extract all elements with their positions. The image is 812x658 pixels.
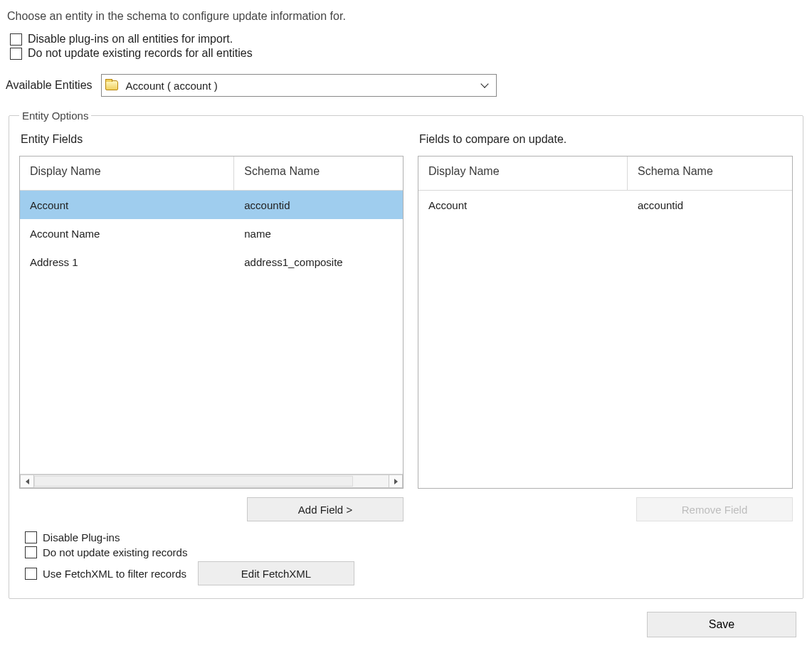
column-schema-name[interactable]: Schema Name <box>628 156 792 191</box>
cell-schema-name: name <box>234 228 403 240</box>
checkbox-label: Disable plug-ins on all entities for imp… <box>28 33 233 46</box>
available-entities-label: Available Entities <box>6 79 93 92</box>
remove-field-button[interactable]: Remove Field <box>636 497 793 521</box>
available-entities-combobox[interactable]: Account ( account ) <box>101 74 497 97</box>
entity-options-group: Entity Options Entity Fields Display Nam… <box>9 110 803 599</box>
combobox-value: Account ( account ) <box>122 80 473 92</box>
table-row[interactable]: Account Namename <box>20 219 403 248</box>
checkbox-icon <box>10 48 22 60</box>
cell-display-name: Account <box>20 199 234 211</box>
entity-fields-panel: Entity Fields Display Name Schema Name A… <box>19 129 404 521</box>
folder-icon <box>102 75 122 96</box>
scroll-thumb[interactable] <box>34 476 353 487</box>
checkbox-icon <box>25 568 37 580</box>
scroll-left-icon[interactable] <box>20 474 34 488</box>
table-row[interactable]: Address 1address1_composite <box>20 248 403 276</box>
checkbox-label: Disable Plug-ins <box>43 531 120 543</box>
cell-schema-name: accountid <box>234 199 403 211</box>
compare-fields-panel: Fields to compare on update. Display Nam… <box>418 129 793 521</box>
checkbox-disable-plugins-all[interactable]: Disable plug-ins on all entities for imp… <box>10 33 806 46</box>
entity-fields-grid[interactable]: Display Name Schema Name Accountaccounti… <box>19 156 404 489</box>
edit-fetchxml-button[interactable]: Edit FetchXML <box>198 561 354 585</box>
checkbox-do-not-update-entity[interactable]: Do not update existing records <box>25 546 793 558</box>
checkbox-label: Use FetchXML to filter records <box>43 568 186 580</box>
save-button[interactable]: Save <box>647 612 796 637</box>
group-legend: Entity Options <box>19 110 91 122</box>
cell-display-name: Account <box>418 199 628 211</box>
cell-display-name: Address 1 <box>20 256 234 268</box>
checkbox-label: Do not update existing records for all e… <box>28 47 253 60</box>
checkbox-icon <box>25 531 37 543</box>
cell-display-name: Account Name <box>20 228 234 240</box>
checkbox-label: Do not update existing records <box>43 546 187 558</box>
cell-schema-name: address1_composite <box>234 256 403 268</box>
horizontal-scrollbar[interactable] <box>20 474 403 488</box>
checkbox-icon <box>25 546 37 558</box>
grid-header: Display Name Schema Name <box>20 156 403 191</box>
compare-fields-title: Fields to compare on update. <box>419 133 793 146</box>
cell-schema-name: accountid <box>628 199 792 211</box>
checkbox-disable-plugins-entity[interactable]: Disable Plug-ins <box>25 531 793 543</box>
compare-fields-grid[interactable]: Display Name Schema Name Accountaccounti… <box>418 156 793 489</box>
checkbox-do-not-update-all[interactable]: Do not update existing records for all e… <box>10 47 806 60</box>
intro-text: Choose an entity in the schema to config… <box>7 10 806 23</box>
column-display-name[interactable]: Display Name <box>20 156 234 191</box>
column-schema-name[interactable]: Schema Name <box>234 156 403 191</box>
table-row[interactable]: Accountaccountid <box>418 191 792 219</box>
checkbox-icon <box>10 33 22 46</box>
scroll-right-icon[interactable] <box>389 474 403 488</box>
grid-header: Display Name Schema Name <box>418 156 792 191</box>
checkbox-use-fetchxml[interactable]: Use FetchXML to filter records <box>25 568 186 580</box>
column-display-name[interactable]: Display Name <box>418 156 628 191</box>
table-row[interactable]: Accountaccountid <box>20 191 403 219</box>
chevron-down-icon <box>473 80 496 92</box>
scroll-track[interactable] <box>34 474 389 488</box>
add-field-button[interactable]: Add Field > <box>247 497 404 521</box>
entity-fields-title: Entity Fields <box>21 133 404 146</box>
